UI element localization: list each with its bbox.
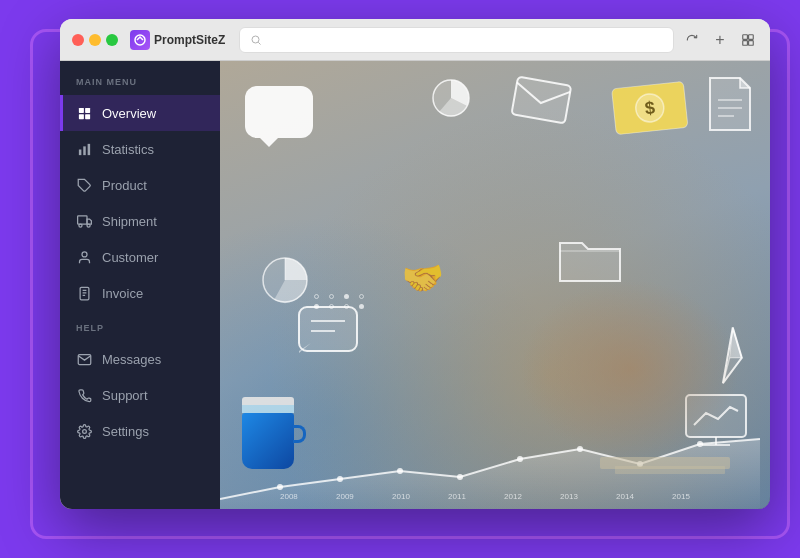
brand-icon [130, 30, 150, 50]
messages-label: Messages [102, 352, 161, 367]
svg-point-1 [252, 36, 259, 43]
browser-content: MAIN MENU Overview [60, 61, 770, 509]
svg-rect-14 [77, 215, 86, 223]
close-button[interactable] [72, 34, 84, 46]
svg-rect-3 [749, 34, 754, 39]
main-content: $ [220, 61, 770, 509]
tabs-button[interactable] [738, 30, 758, 50]
svg-rect-5 [749, 40, 754, 45]
sidebar-item-shipment[interactable]: Shipment [60, 203, 220, 239]
sidebar-item-overview[interactable]: Overview [60, 95, 220, 131]
svg-rect-11 [83, 146, 86, 155]
invoice-icon [76, 285, 92, 301]
settings-icon [76, 423, 92, 439]
help-label: HELP [60, 323, 220, 341]
svg-rect-6 [78, 107, 83, 112]
svg-point-17 [82, 251, 87, 256]
outer-wrapper: PromptSiteZ + [20, 19, 780, 539]
invoice-label: Invoice [102, 286, 143, 301]
sidebar: MAIN MENU Overview [60, 61, 220, 509]
shipment-icon [76, 213, 92, 229]
support-icon [76, 387, 92, 403]
brand-name: PromptSiteZ [154, 33, 225, 47]
minimize-button[interactable] [89, 34, 101, 46]
messages-icon [76, 351, 92, 367]
scene-background [220, 61, 770, 509]
browser-actions: + [682, 30, 758, 50]
browser-window: PromptSiteZ + [60, 19, 770, 509]
maximize-button[interactable] [106, 34, 118, 46]
svg-point-15 [78, 224, 81, 227]
svg-rect-2 [743, 34, 748, 39]
overview-icon [76, 105, 92, 121]
sidebar-item-statistics[interactable]: Statistics [60, 131, 220, 167]
url-bar[interactable] [239, 27, 674, 53]
browser-toolbar: PromptSiteZ + [60, 19, 770, 61]
svg-point-16 [87, 224, 90, 227]
brand-logo: PromptSiteZ [130, 30, 225, 50]
svg-point-23 [82, 429, 86, 433]
traffic-lights [72, 34, 118, 46]
sidebar-item-settings[interactable]: Settings [60, 413, 220, 449]
reload-button[interactable] [682, 30, 702, 50]
svg-rect-10 [78, 149, 81, 155]
statistics-icon [76, 141, 92, 157]
product-icon [76, 177, 92, 193]
product-label: Product [102, 178, 147, 193]
sidebar-item-invoice[interactable]: Invoice [60, 275, 220, 311]
customer-label: Customer [102, 250, 158, 265]
customer-icon [76, 249, 92, 265]
shipment-label: Shipment [102, 214, 157, 229]
svg-rect-8 [78, 114, 83, 119]
main-menu-label: MAIN MENU [60, 77, 220, 95]
svg-rect-9 [85, 114, 90, 119]
sidebar-item-product[interactable]: Product [60, 167, 220, 203]
support-label: Support [102, 388, 148, 403]
sidebar-item-messages[interactable]: Messages [60, 341, 220, 377]
svg-rect-7 [85, 107, 90, 112]
statistics-label: Statistics [102, 142, 154, 157]
sidebar-item-support[interactable]: Support [60, 377, 220, 413]
sidebar-divider [60, 311, 220, 323]
svg-rect-12 [87, 143, 90, 154]
settings-label: Settings [102, 424, 149, 439]
svg-rect-4 [743, 40, 748, 45]
overview-label: Overview [102, 106, 156, 121]
new-tab-button[interactable]: + [710, 30, 730, 50]
sidebar-item-customer[interactable]: Customer [60, 239, 220, 275]
